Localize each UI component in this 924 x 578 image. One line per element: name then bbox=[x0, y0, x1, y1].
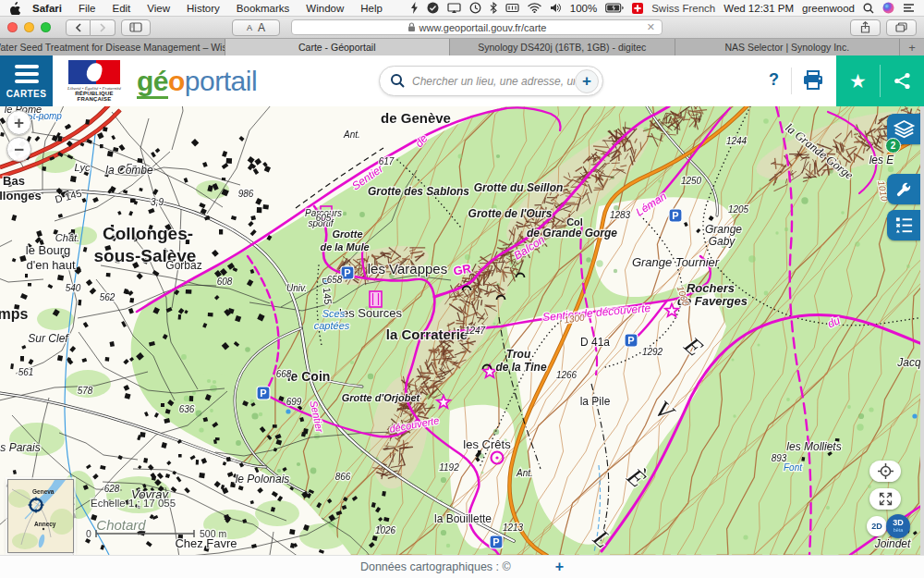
close-window-button[interactable] bbox=[7, 22, 18, 32]
print-button[interactable] bbox=[802, 70, 824, 94]
menu-bar-clock[interactable]: Wed 12:31 PM bbox=[723, 3, 794, 14]
spotlight-search-icon[interactable] bbox=[863, 3, 874, 14]
map-canvas[interactable]: PPPPP de GenèveCollonges-sous-Salèvele C… bbox=[0, 106, 924, 555]
menu-item-view[interactable]: View bbox=[139, 3, 178, 14]
menu-item-bookmarks[interactable]: Bookmarks bbox=[228, 3, 298, 14]
zoom-in-button[interactable]: + bbox=[6, 110, 31, 135]
map-label: 1250 bbox=[681, 176, 702, 186]
map-label: mps bbox=[0, 306, 29, 322]
reader-text-size-button[interactable]: AA bbox=[232, 19, 280, 36]
menu-item-window[interactable]: Window bbox=[298, 3, 352, 14]
tab-overview-button[interactable] bbox=[886, 19, 917, 36]
swiss-flag-icon[interactable] bbox=[632, 3, 643, 14]
map-label: 636 bbox=[179, 404, 195, 414]
browser-tab-4[interactable]: NAS Selector | Synology Inc. bbox=[675, 39, 901, 55]
share-icon bbox=[894, 72, 911, 90]
time-machine-icon[interactable] bbox=[469, 2, 481, 14]
cartes-label: CARTES bbox=[6, 89, 47, 99]
siri-icon[interactable] bbox=[882, 2, 894, 14]
locate-me-button[interactable] bbox=[869, 461, 901, 482]
stats-widget-icon[interactable] bbox=[505, 3, 519, 13]
geoportail-logo[interactable]: géoportail bbox=[137, 66, 257, 97]
view-2d-button[interactable]: 2D bbox=[867, 516, 887, 536]
map-label: de Genève bbox=[381, 110, 451, 126]
search-icon bbox=[390, 73, 406, 89]
map-label: les Molliets bbox=[786, 440, 841, 453]
french-flag-icon bbox=[68, 60, 120, 84]
svg-text:P: P bbox=[260, 387, 266, 399]
map-label: les Varappes bbox=[368, 261, 447, 277]
help-button[interactable]: ? bbox=[769, 70, 779, 90]
menu-item-file[interactable]: File bbox=[70, 3, 104, 14]
tools-button[interactable] bbox=[887, 174, 920, 204]
layers-icon bbox=[892, 118, 917, 141]
map-label: Joindet bbox=[874, 537, 911, 550]
share-map-button[interactable] bbox=[881, 55, 924, 106]
keyboard-layout-label[interactable]: Swiss French bbox=[651, 3, 715, 14]
fullscreen-button[interactable] bbox=[869, 488, 901, 510]
zoom-window-button[interactable] bbox=[41, 22, 51, 32]
map-label: 578 bbox=[78, 386, 93, 396]
panel-scrollbar[interactable] bbox=[920, 106, 924, 555]
bolt-icon[interactable] bbox=[410, 2, 419, 14]
legend-button[interactable] bbox=[887, 210, 920, 240]
map-label: d'en haut bbox=[26, 258, 75, 272]
crosshair-icon bbox=[878, 463, 894, 479]
map-label: Collonges- bbox=[103, 224, 193, 243]
zoom-out-button[interactable]: − bbox=[6, 137, 31, 162]
map-label: 1283 bbox=[610, 210, 631, 220]
apple-menu-icon[interactable] bbox=[9, 2, 20, 15]
geoportail-header: CARTES Liberté • Égalité • Fraternité RÉ… bbox=[0, 55, 924, 106]
republique-francaise-logo: Liberté • Égalité • Fraternité RÉPUBLIQU… bbox=[65, 60, 124, 102]
map-label: Gorbaz bbox=[165, 259, 201, 272]
map-label: Sur Clef bbox=[28, 332, 69, 345]
add-data-button[interactable]: + bbox=[575, 69, 599, 93]
overview-minimap[interactable]: Geneva Annecy bbox=[7, 479, 74, 553]
map-label: Rochers bbox=[687, 281, 735, 295]
map-label: 3,9 bbox=[151, 197, 164, 207]
sidebar-toggle-button[interactable] bbox=[121, 19, 151, 36]
wifi-icon[interactable] bbox=[528, 3, 541, 13]
map-label: Grotte de l'Ours bbox=[468, 207, 553, 220]
share-button[interactable] bbox=[850, 19, 881, 36]
airplay-display-icon[interactable] bbox=[447, 3, 461, 14]
sync-status-icon[interactable] bbox=[427, 2, 439, 14]
cartes-menu-button[interactable]: CARTES bbox=[0, 55, 53, 106]
menu-item-history[interactable]: History bbox=[178, 3, 228, 14]
stop-loading-icon[interactable]: ✕ bbox=[647, 21, 655, 33]
scale-indicator: Échelle 1 : 17 055 0 500 m bbox=[81, 493, 238, 548]
minimize-window-button[interactable] bbox=[24, 22, 34, 32]
back-button[interactable] bbox=[66, 19, 91, 36]
map-label: le Polonais bbox=[236, 473, 290, 486]
notification-center-icon[interactable] bbox=[903, 3, 915, 13]
map-label: 1205 bbox=[728, 204, 749, 215]
attribution-expand-button[interactable]: + bbox=[555, 559, 564, 575]
volume-icon[interactable] bbox=[550, 3, 562, 13]
browser-tab-3[interactable]: Synology DS420j (16TB, 1GB) - digitec bbox=[450, 39, 675, 55]
map-label: 1213 bbox=[503, 523, 524, 533]
search-bar[interactable]: Chercher un lieu, une adresse, une donné… bbox=[379, 66, 603, 96]
search-placeholder: Chercher un lieu, une adresse, une donné… bbox=[412, 75, 575, 88]
map-label: le Bourg bbox=[26, 243, 70, 257]
expand-icon bbox=[879, 492, 893, 506]
window-controls[interactable] bbox=[7, 22, 51, 32]
browser-tab-2[interactable]: Carte - Géoportail bbox=[225, 39, 451, 55]
parking-icon: P bbox=[341, 266, 354, 279]
user-name-label[interactable]: greenwood bbox=[802, 3, 855, 14]
forward-button[interactable] bbox=[91, 19, 116, 36]
menu-item-help[interactable]: Help bbox=[352, 3, 391, 14]
new-tab-button[interactable]: + bbox=[900, 39, 924, 55]
map-label: 699 bbox=[286, 397, 302, 407]
map-label: Grange bbox=[705, 223, 742, 236]
map-label: les E bbox=[869, 154, 895, 166]
scale-text: Échelle 1 : 17 055 bbox=[91, 498, 176, 509]
bluetooth-icon[interactable] bbox=[490, 2, 497, 14]
menu-item-safari[interactable]: Safari bbox=[24, 3, 70, 14]
map-label: Univ. bbox=[286, 283, 307, 293]
favorites-button[interactable]: ★ bbox=[836, 55, 880, 106]
browser-tab-1[interactable]: Hot-Water Seed Treatment for Disease Man… bbox=[0, 39, 225, 55]
map-label: Chât. bbox=[55, 232, 79, 243]
address-bar[interactable]: www.geoportail.gouv.fr/carte ✕ bbox=[291, 19, 663, 35]
view-3d-button[interactable]: 3D bêta bbox=[886, 514, 910, 538]
menu-item-edit[interactable]: Edit bbox=[104, 3, 140, 14]
